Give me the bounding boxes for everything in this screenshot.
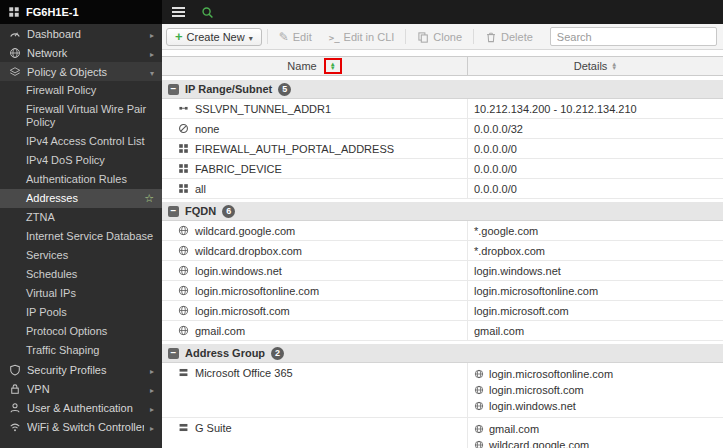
create-new-button[interactable]: Create New xyxy=(166,28,262,46)
address-details: 10.212.134.200 - 10.212.134.210 xyxy=(474,103,637,115)
table-row[interactable]: FABRIC_DEVICE 0.0.0.0/0 xyxy=(162,159,723,179)
lock-icon xyxy=(8,383,21,395)
count-badge: 6 xyxy=(222,205,235,218)
section-header[interactable]: IP Range/Subnet 5 xyxy=(162,80,723,99)
ip-range-icon xyxy=(178,103,189,114)
table-row[interactable]: wildcard.google.com *.google.com xyxy=(162,221,723,241)
section-fqdn: FQDN 6 wildcard.google.com *.google.com xyxy=(162,202,723,341)
group-member: login.windows.net xyxy=(474,399,613,413)
delete-button[interactable]: Delete xyxy=(479,29,539,45)
sidebar-item-internet-service-database[interactable]: Internet Service Database xyxy=(0,227,162,246)
sidebar-item-network[interactable]: Network xyxy=(0,43,162,62)
wifi-icon xyxy=(8,421,21,433)
member-name: login.windows.net xyxy=(489,399,576,413)
sidebar-item-ipv4-dos-policy[interactable]: IPv4 DoS Policy xyxy=(0,151,162,170)
favorite-star-icon[interactable] xyxy=(144,192,154,205)
app-window: FG6H1E-1 Dashboard Network Policy & Obje… xyxy=(0,0,723,448)
section-header[interactable]: FQDN 6 xyxy=(162,202,723,221)
sidebar-item-ipv4-access-control-list[interactable]: IPv4 Access Control List xyxy=(0,132,162,151)
sidebar-item-protocol-options[interactable]: Protocol Options xyxy=(0,322,162,341)
clone-icon xyxy=(417,31,429,43)
chevron-down-icon xyxy=(249,31,253,43)
address-name: gmail.com xyxy=(195,325,245,337)
group-member: login.microsoftonline.com xyxy=(474,367,613,381)
fqdn-icon xyxy=(474,440,484,448)
sidebar-item-label: Virtual IPs xyxy=(26,287,154,300)
chevron-right-icon xyxy=(150,383,154,395)
sidebar-nav: Dashboard Network Policy & Objects Firew… xyxy=(0,24,162,448)
collapse-icon[interactable] xyxy=(168,348,179,359)
hostname: FG6H1E-1 xyxy=(26,6,79,18)
table-row[interactable]: none 0.0.0.0/32 xyxy=(162,119,723,139)
sidebar-item-ip-pools[interactable]: IP Pools xyxy=(0,303,162,322)
table-row[interactable]: Microsoft Office 365 login.microsoftonli… xyxy=(162,363,723,418)
edit-button[interactable]: Edit xyxy=(273,28,318,46)
sidebar-item-services[interactable]: Services xyxy=(0,246,162,265)
address-table: Name Details IP Range/Subnet 5 xyxy=(162,56,723,448)
sort-icon[interactable] xyxy=(330,62,336,71)
address-details: login.microsoft.com xyxy=(474,305,569,317)
chevron-right-icon xyxy=(150,421,154,433)
sidebar-item-label: IPv4 DoS Policy xyxy=(26,154,154,167)
sidebar-item-label: User & Authentication xyxy=(27,402,144,414)
address-name: SSLVPN_TUNNEL_ADDR1 xyxy=(195,103,331,115)
edit-in-cli-label: Edit in CLI xyxy=(344,31,395,43)
section-ip-range-subnet: IP Range/Subnet 5 SSLVPN_TUNNEL_ADDR1 10… xyxy=(162,80,723,199)
table-row[interactable]: gmail.com gmail.com xyxy=(162,321,723,341)
table-row[interactable]: login.microsoftonline.com login.microsof… xyxy=(162,281,723,301)
group-member: wildcard.google.com xyxy=(474,438,589,448)
sidebar-item-virtual-ips[interactable]: Virtual IPs xyxy=(0,284,162,303)
sidebar-item-label: Internet Service Database xyxy=(26,230,154,243)
chevron-right-icon xyxy=(150,364,154,376)
address-name: FIREWALL_AUTH_PORTAL_ADDRESS xyxy=(195,143,394,155)
table-row[interactable]: FIREWALL_AUTH_PORTAL_ADDRESS 0.0.0.0/0 xyxy=(162,139,723,159)
shield-icon xyxy=(8,364,21,376)
sidebar-item-firewall-virtual-wire-pair-policy[interactable]: Firewall Virtual Wire Pair Policy xyxy=(0,100,162,132)
sidebar-item-vpn[interactable]: VPN xyxy=(0,379,162,398)
table-row[interactable]: wildcard.dropbox.com *.dropbox.com xyxy=(162,241,723,261)
fqdn-icon xyxy=(474,369,484,379)
sidebar-item-policy-objects[interactable]: Policy & Objects xyxy=(0,62,162,81)
table-row[interactable]: login.microsoft.com login.microsoft.com xyxy=(162,301,723,321)
sidebar-item-security-profiles[interactable]: Security Profiles xyxy=(0,360,162,379)
clone-button[interactable]: Clone xyxy=(411,29,468,45)
sidebar-item-user-authentication[interactable]: User & Authentication xyxy=(0,398,162,417)
sidebar-item-wifi-switch-controller[interactable]: WiFi & Switch Controller xyxy=(0,417,162,436)
sidebar-item-firewall-policy[interactable]: Firewall Policy xyxy=(0,81,162,100)
collapse-icon[interactable] xyxy=(168,84,179,95)
sidebar-item-label: Authentication Rules xyxy=(26,173,154,186)
dashboard-icon xyxy=(8,28,21,40)
column-header-details[interactable]: Details xyxy=(468,57,723,75)
sidebar-item-label: Services xyxy=(26,249,154,262)
address-details: 0.0.0.0/0 xyxy=(474,143,517,155)
address-name: wildcard.dropbox.com xyxy=(195,245,302,257)
table-row[interactable]: all 0.0.0.0/0 xyxy=(162,179,723,199)
search-input[interactable] xyxy=(550,27,717,46)
table-row[interactable]: login.windows.net login.windows.net xyxy=(162,261,723,281)
sidebar-item-label: Policy & Objects xyxy=(27,66,144,78)
table-row[interactable]: G Suite gmail.com wildcard.google. xyxy=(162,418,723,448)
group-members: gmail.com wildcard.google.com xyxy=(474,422,589,448)
fqdn-icon xyxy=(474,385,484,395)
user-icon xyxy=(8,402,21,414)
member-name: wildcard.google.com xyxy=(489,438,589,448)
cli-icon xyxy=(329,31,340,43)
sidebar-item-label: Addresses xyxy=(26,192,144,205)
sidebar-item-traffic-shaping[interactable]: Traffic Shaping xyxy=(0,341,162,360)
sidebar-item-addresses[interactable]: Addresses xyxy=(0,189,162,208)
menu-icon[interactable] xyxy=(172,7,185,17)
sidebar-item-schedules[interactable]: Schedules xyxy=(0,265,162,284)
sidebar-item-authentication-rules[interactable]: Authentication Rules xyxy=(0,170,162,189)
search-icon[interactable] xyxy=(201,6,214,19)
sort-icon[interactable] xyxy=(611,62,617,71)
table-row[interactable]: SSLVPN_TUNNEL_ADDR1 10.212.134.200 - 10.… xyxy=(162,99,723,119)
sidebar-item-dashboard[interactable]: Dashboard xyxy=(0,24,162,43)
sidebar-item-ztna[interactable]: ZTNA xyxy=(0,208,162,227)
collapse-icon[interactable] xyxy=(168,206,179,217)
column-header-name[interactable]: Name xyxy=(162,57,468,75)
edit-in-cli-button[interactable]: Edit in CLI xyxy=(323,29,401,45)
sidebar-item-label: Schedules xyxy=(26,268,154,281)
section-header[interactable]: Address Group 2 xyxy=(162,344,723,363)
sidebar-item-label: Traffic Shaping xyxy=(26,344,154,357)
address-details: 0.0.0.0/0 xyxy=(474,163,517,175)
